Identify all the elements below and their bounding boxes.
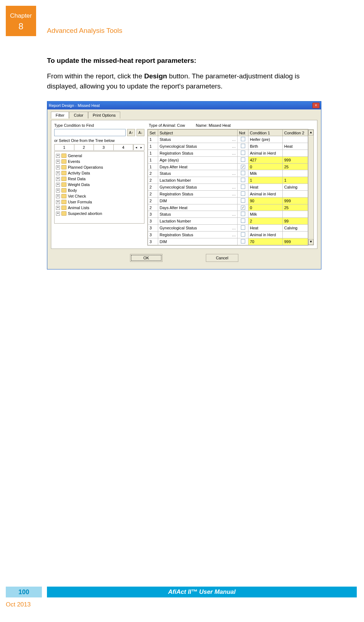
tab-print-options[interactable]: Print Options — [88, 112, 121, 118]
cell-subject[interactable]: Registration Status — [158, 232, 238, 238]
cell-subject[interactable]: Lactation Number — [158, 218, 238, 225]
cell-cond2[interactable] — [283, 136, 308, 143]
expand-icon[interactable]: + — [56, 177, 60, 181]
tree-item[interactable]: +Vet Check — [56, 193, 143, 199]
cell-subject[interactable]: Registration Status — [158, 191, 238, 198]
tree-item[interactable]: +Activity Data — [56, 170, 143, 176]
cell-not[interactable] — [238, 232, 248, 238]
cell-cond1[interactable]: 2 — [248, 218, 283, 225]
cell-cond1[interactable]: Heifer (pre) — [248, 136, 283, 143]
cell-subject[interactable]: Days After Heat — [158, 164, 238, 170]
cell-not[interactable] — [238, 143, 248, 150]
col-condition1[interactable]: Condition 1 — [248, 130, 283, 136]
set-tab-scroll[interactable]: ◂▸ — [133, 145, 144, 150]
table-row[interactable]: 1Days After Heat✓025 — [148, 164, 308, 170]
table-row[interactable]: 1Registration StatusAnimal in Herd — [148, 150, 308, 157]
table-row[interactable]: 1Gynecological StatusBirthHeat — [148, 143, 308, 150]
col-subject[interactable]: Subject — [158, 130, 238, 136]
conditions-table[interactable]: Set Subject Not Condition 1 Condition 2 … — [147, 129, 308, 246]
cell-cond1[interactable]: 0 — [248, 204, 283, 211]
cell-cond2[interactable]: 999 — [283, 157, 308, 164]
set-tab-3[interactable]: 3 — [94, 144, 114, 150]
cell-not[interactable] — [238, 157, 248, 164]
cell-cond2[interactable]: 25 — [283, 204, 308, 211]
cell-cond2[interactable]: 99 — [283, 218, 308, 225]
table-row[interactable]: 2StatusMilk — [148, 170, 308, 177]
cell-cond1[interactable]: 90 — [248, 198, 283, 204]
cell-cond1[interactable]: Animal in Herd — [248, 191, 283, 198]
cell-cond1[interactable]: Heat — [248, 184, 283, 191]
scroll-up-icon[interactable]: ▲ — [308, 130, 313, 135]
table-scrollbar[interactable]: ▲ ▼ — [308, 129, 314, 245]
cell-subject[interactable]: Status — [158, 170, 238, 177]
condition-tree[interactable]: +General+Events+Planned Operations+Activ… — [54, 151, 144, 224]
close-button[interactable]: × — [312, 103, 320, 108]
table-row[interactable]: 2Gynecological StatusHeatCalving — [148, 184, 308, 191]
cell-cond1[interactable]: Birth — [248, 143, 283, 150]
table-row[interactable]: 1Age (days)427999 — [148, 157, 308, 164]
expand-icon[interactable]: + — [56, 206, 60, 210]
cell-subject[interactable]: DIM — [158, 198, 238, 204]
cell-cond1[interactable]: 70 — [248, 238, 283, 245]
tree-item[interactable]: +Rest Data — [56, 176, 143, 182]
tree-item[interactable]: +General — [56, 153, 143, 159]
cell-cond2[interactable]: 25 — [283, 164, 308, 170]
cell-cond2[interactable] — [283, 232, 308, 238]
cell-not[interactable] — [238, 150, 248, 157]
cell-cond2[interactable]: 999 — [283, 198, 308, 204]
condition-search-input[interactable] — [54, 129, 126, 136]
cell-cond2[interactable]: 999 — [283, 238, 308, 245]
expand-icon[interactable]: + — [56, 183, 60, 187]
expand-icon[interactable]: + — [56, 160, 60, 164]
expand-icon[interactable]: + — [56, 200, 60, 204]
cell-not[interactable] — [238, 177, 248, 184]
tree-item[interactable]: +Planned Operations — [56, 164, 143, 170]
table-row[interactable]: 2Lactation Number11 — [148, 177, 308, 184]
cell-subject[interactable]: Status — [158, 136, 238, 143]
cell-not[interactable]: ✓ — [238, 204, 248, 211]
cell-cond2[interactable] — [283, 211, 308, 218]
cell-cond1[interactable]: Milk — [248, 170, 283, 177]
cell-cond1[interactable]: 0 — [248, 164, 283, 170]
cell-not[interactable] — [238, 184, 248, 191]
table-row[interactable]: 3Gynecological StatusHeatCalving — [148, 225, 308, 232]
sort-desc-button[interactable]: A↓ — [136, 129, 144, 136]
table-row[interactable]: 2Days After Heat✓025 — [148, 204, 308, 211]
cell-cond2[interactable] — [283, 170, 308, 177]
set-tab-4[interactable]: 4 — [114, 144, 134, 150]
cell-cond1[interactable]: Milk — [248, 211, 283, 218]
set-tab-1[interactable]: 1 — [55, 144, 74, 150]
cell-subject[interactable]: Age (days) — [158, 157, 238, 164]
cell-not[interactable] — [238, 211, 248, 218]
cell-not[interactable] — [238, 238, 248, 245]
expand-icon[interactable]: + — [56, 171, 60, 175]
tree-item[interactable]: +Body — [56, 187, 143, 193]
tree-item[interactable]: +Weight Data — [56, 182, 143, 187]
table-row[interactable]: 1StatusHeifer (pre) — [148, 136, 308, 143]
cell-cond1[interactable]: Animal in Herd — [248, 150, 283, 157]
ok-button[interactable]: OK — [130, 254, 162, 262]
cell-subject[interactable]: Registration Status — [158, 150, 238, 157]
cell-subject[interactable]: Status — [158, 211, 238, 218]
expand-icon[interactable]: + — [56, 154, 60, 158]
col-set[interactable]: Set — [148, 130, 158, 136]
cell-cond1[interactable]: Animal in Herd — [248, 232, 283, 238]
tree-item[interactable]: +User Formula — [56, 199, 143, 205]
expand-icon[interactable]: + — [56, 212, 60, 216]
table-row[interactable]: 3StatusMilk — [148, 211, 308, 218]
tree-item[interactable]: +Animal Lists — [56, 205, 143, 211]
cell-subject[interactable]: Gynecological Status — [158, 184, 238, 191]
expand-icon[interactable]: + — [56, 165, 60, 169]
cell-not[interactable] — [238, 198, 248, 204]
cell-cond1[interactable]: 1 — [248, 177, 283, 184]
table-row[interactable]: 3DIM70999 — [148, 238, 308, 245]
sort-asc-button[interactable]: A↑ — [127, 129, 135, 136]
cell-cond2[interactable] — [283, 191, 308, 198]
cell-not[interactable] — [238, 191, 248, 198]
cell-not[interactable] — [238, 225, 248, 232]
cell-cond1[interactable]: 427 — [248, 157, 283, 164]
table-row[interactable]: 2DIM90999 — [148, 198, 308, 204]
tree-item[interactable]: +Suspected abortion — [56, 211, 143, 216]
cell-cond2[interactable]: 1 — [283, 177, 308, 184]
cell-subject[interactable]: Gynecological Status — [158, 143, 238, 150]
